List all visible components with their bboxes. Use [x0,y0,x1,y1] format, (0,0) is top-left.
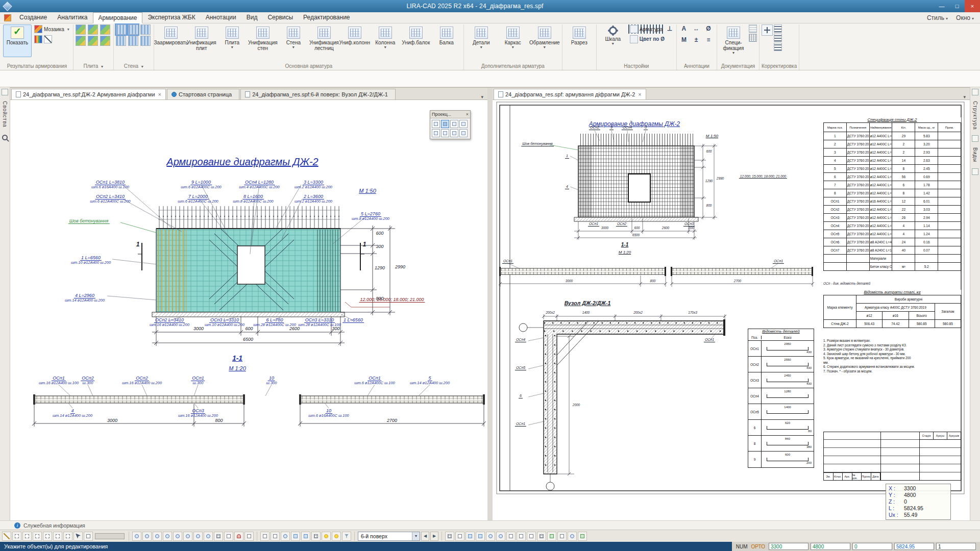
ribbon-button[interactable]: Детали▾ [466,24,497,57]
projection-button[interactable] [432,120,440,128]
move-icon[interactable] [762,24,773,36]
diagram-icon[interactable] [44,35,52,43]
snap-toolbar-icon[interactable] [153,532,162,541]
annotation-tool-icon[interactable]: ± [691,36,701,46]
show-results-button[interactable]: Показать [3,24,32,57]
toolbar-icon[interactable] [486,532,495,541]
plate-tool-icon[interactable] [88,24,98,35]
search-icon[interactable] [2,135,8,140]
service-info-label[interactable]: Служебная информация [23,522,85,529]
table-icon[interactable] [749,34,757,42]
views-panel-icon[interactable] [972,135,978,142]
plate-tool-icon[interactable] [88,36,98,46]
menu-tab[interactable]: Аналитика [52,12,92,23]
panel-icon[interactable] [972,168,978,175]
toolbar-icon[interactable] [496,532,505,541]
ribbon-button[interactable]: Унификация плит [187,24,216,57]
projection-button[interactable] [441,120,449,128]
snap-toolbar-icon[interactable] [224,532,233,541]
properties-rail-label[interactable]: Свойства [2,101,8,128]
toolbar-icon[interactable] [322,532,331,541]
coordinate-field[interactable]: 3300 [769,543,808,550]
toolbar-icon[interactable] [301,532,310,541]
ribbon-button[interactable]: Балка [432,24,461,57]
plate-tool-icon[interactable] [100,36,110,46]
wall-tool-icon[interactable] [140,24,151,35]
snap-toolbar-icon[interactable] [193,532,203,541]
document-tab[interactable]: Стартовая страница [167,89,239,99]
ribbon-button[interactable]: Унификация лестниц [309,24,339,57]
ribbon-button[interactable]: Обрамление▾ [529,24,560,57]
projection-button[interactable] [450,129,458,137]
toolbar-icon[interactable] [476,532,485,541]
annotation-tool-icon[interactable]: ≡ [703,36,714,46]
toolbar-icon[interactable] [342,532,351,541]
pane-splitter[interactable] [487,87,493,520]
snap-toolbar-icon[interactable] [183,532,192,541]
document-tab[interactable]: 24_діафрагма_res.spf:ДЖ-2 Армування діаф… [11,89,166,99]
storey-select[interactable]: 6-й поверх ▾ [358,532,420,541]
palette-icon[interactable] [34,35,42,43]
coordinate-field[interactable]: 5824.95 [894,543,934,550]
settings-row-button[interactable]: Цвет по Ø [628,35,638,44]
snap-toolbar-icon[interactable] [132,532,141,541]
plate-tool-icon[interactable] [76,36,86,46]
toolbar-icon[interactable] [455,532,464,541]
balance-icon[interactable]: ⊥ [665,24,674,33]
tab-overflow-icon[interactable]: ▾ [959,94,970,99]
toolbar-icon[interactable] [332,532,341,541]
projection-button[interactable] [450,120,458,128]
scale-button[interactable]: Шкала▾ [599,24,627,57]
toolbar-icon[interactable] [311,532,321,541]
wall-tool-icon[interactable] [128,36,138,46]
toolbar-icon[interactable] [445,532,454,541]
coordinate-field[interactable]: 4800 [811,543,850,550]
menu-tab[interactable]: Редактирование [298,12,355,23]
ortho-indicator[interactable]: ОРТО [751,544,765,549]
toolbar-icon[interactable] [281,532,290,541]
num-lock-indicator[interactable]: NUM [736,544,748,549]
wall-tool-icon[interactable] [140,36,151,46]
prev-storey-button[interactable]: ◀ [421,532,429,541]
structure-panel-icon[interactable] [972,89,978,95]
drawing-canvas-left[interactable]: Армирование диафрагмы ДЖ-2 М 1:50 1-1 М … [10,100,487,520]
toolbar-icon[interactable] [22,532,32,541]
window-control-button[interactable]: — [934,0,949,12]
close-icon[interactable]: × [466,112,469,117]
toolbar-icon[interactable] [465,532,475,541]
projection-button[interactable] [459,120,468,128]
toolbar-icon[interactable] [260,532,270,541]
projection-button[interactable] [441,129,449,137]
wall-tool-icon[interactable] [116,36,126,46]
toolbar-icon[interactable] [63,532,72,541]
menu-tab[interactable]: Сервисы [262,12,298,23]
chevron-down-icon[interactable]: ▾ [412,532,420,540]
menu-tab[interactable]: Создание [14,12,52,23]
close-tab-icon[interactable]: × [638,91,641,97]
toolbar-icon[interactable] [12,532,21,541]
ribbon-button[interactable]: Унификация стен [248,24,278,57]
snap-toolbar-icon[interactable] [204,532,213,541]
annotation-tool-icon[interactable]: М [679,36,689,46]
toolbar-icon[interactable] [43,532,52,541]
menu-dropdown[interactable]: Окно▾ [956,14,974,21]
toolbar-icon[interactable] [547,532,556,541]
window-control-button[interactable]: □ [949,0,965,12]
toolbar-icon[interactable] [517,532,526,541]
toolbar-icon[interactable] [537,532,546,541]
toolbar-icon[interactable] [568,532,577,541]
toolbar-icon[interactable] [527,532,536,541]
wall-tool-icon[interactable] [128,24,138,35]
snap-toolbar-icon[interactable] [234,532,243,541]
ribbon-button[interactable]: Каркас▾ [498,24,528,57]
list-icon[interactable] [774,24,782,33]
toolbar-icon[interactable] [506,532,516,541]
snap-toolbar-icon[interactable] [163,532,172,541]
tab-overflow-icon[interactable]: ▾ [477,94,487,99]
views-rail-label[interactable]: Виды [972,147,978,162]
ribbon-button[interactable]: Заармировать [156,24,186,57]
section-cut-button[interactable]: Разрез [565,24,594,57]
palette-title[interactable]: Проекц... × [430,111,470,118]
projection-button[interactable] [459,129,468,137]
list-icon[interactable] [774,34,782,42]
